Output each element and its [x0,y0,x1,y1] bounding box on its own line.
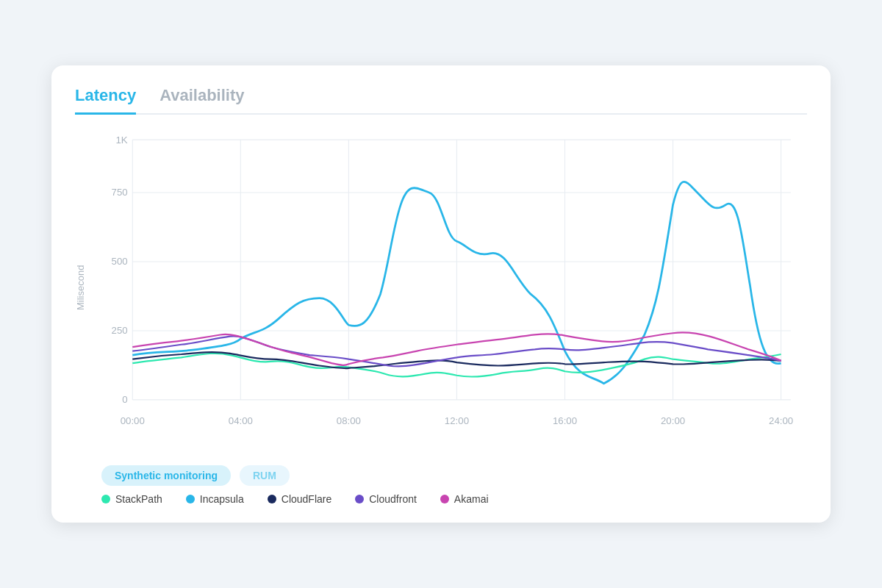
legend-label-akamai: Akamai [454,493,489,505]
legend-item-stackpath: StackPath [101,493,162,505]
svg-text:04:00: 04:00 [229,415,253,426]
legend-label-stackpath: StackPath [115,493,162,505]
legend-dot-incapsula [186,495,195,503]
badge-rum[interactable]: RUM [240,465,290,486]
svg-text:24:00: 24:00 [769,415,793,426]
legend-item-incapsula: Incapsula [186,493,244,505]
svg-text:00:00: 00:00 [121,415,145,426]
legend-dot-cloudflare [268,495,276,503]
legend-label-cloudfront: Cloudfront [369,493,417,505]
legend-item-akamai: Akamai [440,493,489,505]
legend-label-incapsula: Incapsula [200,493,244,505]
svg-text:750: 750 [112,187,128,198]
legend-badges: Synthetic monitoring RUM [101,465,807,486]
legend-dot-stackpath [101,495,110,503]
legend-item-cloudflare: CloudFlare [268,493,331,505]
tab-bar: Latency Availability [75,86,807,115]
legend-items: StackPath Incapsula CloudFlare Cloudfron… [101,493,807,505]
svg-text:1K: 1K [115,135,127,146]
chart-inner: 1K 750 500 250 0 00:00 04:00 08:00 12:00… [92,123,807,451]
chart-area: Milisecond [75,123,807,451]
legend-label-cloudflare: CloudFlare [282,493,331,505]
svg-text:250: 250 [112,326,128,337]
tab-availability[interactable]: Availability [159,86,244,115]
legend-item-cloudfront: Cloudfront [355,493,417,505]
chart-svg: 1K 750 500 250 0 00:00 04:00 08:00 12:00… [92,123,807,448]
badge-synthetic-monitoring[interactable]: Synthetic monitoring [101,465,231,486]
svg-text:12:00: 12:00 [445,415,469,426]
main-card: Latency Availability Milisecond [51,65,831,522]
legend-area: Synthetic monitoring RUM StackPath Incap… [75,465,807,505]
svg-text:500: 500 [112,257,128,268]
legend-dot-akamai [440,495,449,503]
legend-dot-cloudfront [355,495,364,503]
y-axis-label: Milisecond [75,162,86,412]
svg-text:20:00: 20:00 [661,415,685,426]
svg-text:08:00: 08:00 [337,415,361,426]
svg-text:0: 0 [122,395,127,406]
tab-latency[interactable]: Latency [75,86,136,115]
svg-text:16:00: 16:00 [553,415,577,426]
